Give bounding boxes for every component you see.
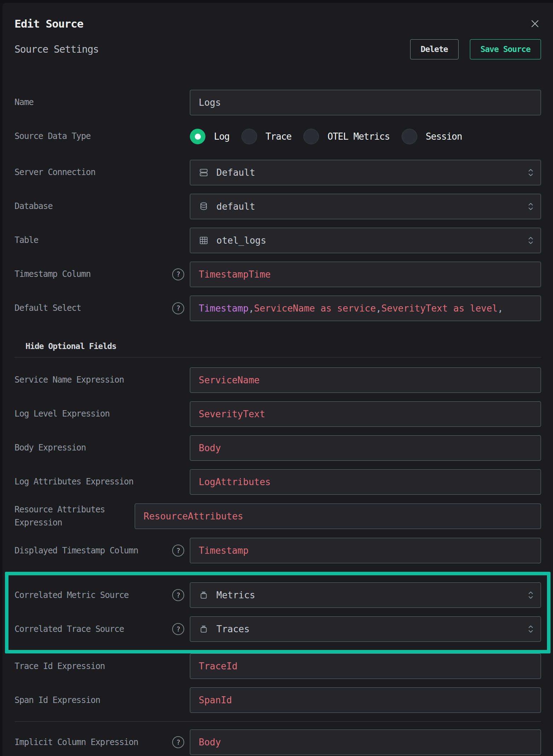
chevron-up-down-icon <box>528 590 534 600</box>
box-icon <box>199 590 209 600</box>
edit-source-modal: Edit Source Source Settings Delete Save … <box>2 3 553 756</box>
source-data-type-radio-group: Log Trace OTEL Metrics Session <box>190 124 541 149</box>
source-data-type-label: Source Data Type <box>14 130 190 143</box>
radio-unselected-icon <box>303 129 319 144</box>
table-label: Table <box>14 234 190 247</box>
radio-unselected-icon <box>402 129 417 144</box>
radio-option-otel-metrics[interactable]: OTEL Metrics <box>303 129 390 144</box>
modal-title: Edit Source <box>14 17 83 30</box>
server-icon <box>199 168 209 178</box>
service-name-expression-label: Service Name Expression <box>14 373 190 386</box>
server-connection-select[interactable]: Default <box>190 160 541 185</box>
divider <box>14 721 541 722</box>
timestamp-column-label: Timestamp Column ? <box>14 268 190 281</box>
row-service-name-expression: Service Name Expression ServiceName <box>14 367 541 393</box>
database-select[interactable]: default <box>190 194 541 219</box>
row-trace-id-expression: Trace Id Expression TraceId <box>14 653 541 679</box>
radio-selected-icon <box>190 129 205 144</box>
row-displayed-timestamp-column: Displayed Timestamp Column ? Timestamp <box>14 538 541 563</box>
help-icon[interactable]: ? <box>172 589 184 601</box>
table-select[interactable]: otel_logs <box>190 228 541 253</box>
correlated-trace-source-label: Correlated Trace Source ? <box>14 623 190 636</box>
row-server-connection: Server Connection Default <box>14 160 541 185</box>
displayed-timestamp-column-input[interactable]: Timestamp <box>190 538 541 563</box>
help-icon[interactable]: ? <box>172 302 184 314</box>
trace-id-expression-input[interactable]: TraceId <box>190 653 541 679</box>
chevron-up-down-icon <box>528 167 534 178</box>
row-default-select: Default Select ? Timestamp, ServiceName … <box>14 296 541 321</box>
default-select-input[interactable]: Timestamp, ServiceName as service, Sever… <box>190 296 541 321</box>
section-title: Source Settings <box>14 43 99 55</box>
row-span-id-expression: Span Id Expression SpanId <box>14 687 541 713</box>
radio-option-trace[interactable]: Trace <box>241 129 291 144</box>
row-resource-attributes-expression: Resource Attributes Expression ResourceA… <box>14 503 541 529</box>
displayed-timestamp-column-label: Displayed Timestamp Column ? <box>14 544 190 557</box>
chevron-up-down-icon <box>528 201 534 212</box>
help-icon[interactable]: ? <box>172 545 184 557</box>
span-id-expression-label: Span Id Expression <box>14 694 190 707</box>
server-connection-label: Server Connection <box>14 166 190 179</box>
help-icon[interactable]: ? <box>172 623 184 635</box>
highlight-annotation-box: Correlated Metric Source ? Metrics <box>5 572 551 653</box>
row-correlated-trace-source: Correlated Trace Source ? Traces <box>14 616 541 642</box>
name-input[interactable]: Logs <box>190 90 541 115</box>
row-log-attributes-expression: Log Attributes Expression LogAttributes <box>14 469 541 495</box>
row-implicit-column-expression: Implicit Column Expression ? Body <box>14 729 541 755</box>
row-source-data-type: Source Data Type Log Trace OTEL Metrics … <box>14 124 541 149</box>
body-expression-label: Body Expression <box>14 441 190 454</box>
resource-attributes-expression-input[interactable]: ResourceAttributes <box>135 504 541 529</box>
database-label: Database <box>14 200 190 213</box>
radio-option-log[interactable]: Log <box>190 129 229 144</box>
table-icon <box>199 235 209 245</box>
resource-attributes-expression-label: Resource Attributes Expression <box>14 503 135 529</box>
timestamp-column-input[interactable]: TimestampTime <box>190 262 541 287</box>
hide-optional-fields-toggle[interactable]: Hide Optional Fields <box>14 342 116 351</box>
row-timestamp-column: Timestamp Column ? TimestampTime <box>14 262 541 287</box>
box-icon <box>199 624 209 634</box>
span-id-expression-input[interactable]: SpanId <box>190 687 541 713</box>
radio-option-session[interactable]: Session <box>402 129 462 144</box>
row-table: Table otel_logs <box>14 228 541 253</box>
row-name: Name Logs <box>14 90 541 115</box>
row-log-level-expression: Log Level Expression SeverityText <box>14 401 541 427</box>
help-icon[interactable]: ? <box>172 268 184 280</box>
row-body-expression: Body Expression Body <box>14 435 541 461</box>
body-expression-input[interactable]: Body <box>190 435 541 461</box>
trace-id-expression-label: Trace Id Expression <box>14 660 190 673</box>
help-icon[interactable]: ? <box>172 736 184 748</box>
default-select-label: Default Select ? <box>14 302 190 315</box>
row-database: Database default <box>14 194 541 219</box>
correlated-trace-source-select[interactable]: Traces <box>190 616 541 642</box>
toolbar: Source Settings Delete Save Source <box>14 39 541 59</box>
log-level-expression-label: Log Level Expression <box>14 407 190 420</box>
delete-button[interactable]: Delete <box>410 39 459 59</box>
row-correlated-metric-source: Correlated Metric Source ? Metrics <box>14 582 541 608</box>
log-level-expression-input[interactable]: SeverityText <box>190 401 541 427</box>
modal-header: Edit Source <box>14 15 541 33</box>
radio-unselected-icon <box>241 129 257 144</box>
implicit-column-expression-label: Implicit Column Expression ? <box>14 736 190 749</box>
name-label: Name <box>14 96 190 109</box>
implicit-column-expression-input[interactable]: Body <box>190 729 541 755</box>
close-icon <box>530 18 540 29</box>
correlated-metric-source-label: Correlated Metric Source ? <box>14 589 190 602</box>
log-attributes-expression-label: Log Attributes Expression <box>14 475 190 488</box>
correlated-metric-source-select[interactable]: Metrics <box>190 582 541 608</box>
chevron-up-down-icon <box>528 235 534 246</box>
log-attributes-expression-input[interactable]: LogAttributes <box>190 469 541 495</box>
divider <box>14 357 541 357</box>
save-source-button[interactable]: Save Source <box>470 39 541 59</box>
close-button[interactable] <box>529 18 541 30</box>
database-icon <box>199 202 209 211</box>
service-name-expression-input[interactable]: ServiceName <box>190 367 541 393</box>
chevron-up-down-icon <box>528 624 534 634</box>
